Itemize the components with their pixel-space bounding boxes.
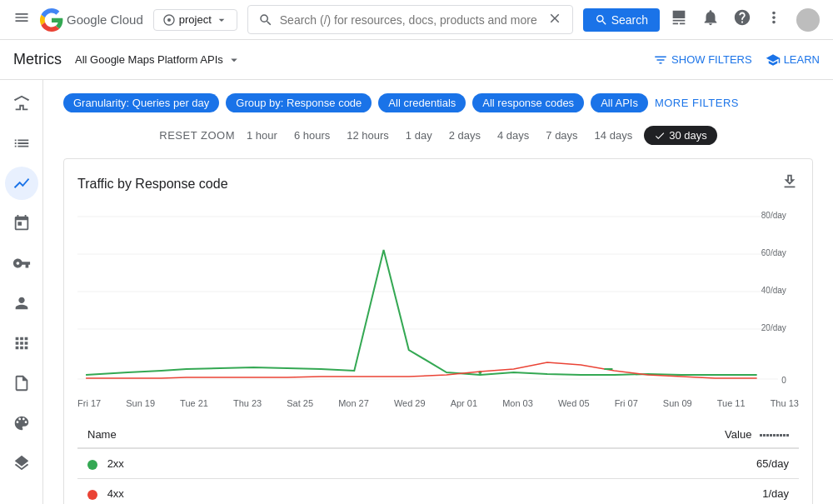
sidebar-item-list[interactable] — [5, 127, 38, 160]
avatar[interactable] — [796, 8, 820, 32]
chip-credentials-label: All credentials — [388, 97, 456, 109]
legend-name-header: Name — [77, 422, 367, 448]
chip-apis[interactable]: All APIs — [591, 93, 648, 112]
search-button[interactable]: Search — [583, 8, 660, 32]
x-label-tue11: Tue 11 — [717, 398, 746, 408]
time-12hours[interactable]: 12 hours — [342, 126, 394, 145]
time-1hour[interactable]: 1 hour — [242, 126, 282, 145]
bell-icon[interactable] — [701, 8, 720, 31]
sidebar-item-layers[interactable] — [5, 447, 38, 480]
time-14days[interactable]: 14 days — [590, 126, 638, 145]
time-2days[interactable]: 2 days — [444, 126, 486, 145]
download-button[interactable] — [781, 172, 799, 195]
more-filters-button[interactable]: MORE FILTERS — [655, 97, 739, 109]
chip-group-by[interactable]: Group by: Response code — [226, 93, 372, 112]
page-title: Metrics — [13, 51, 62, 68]
terminal-icon[interactable] — [670, 8, 688, 31]
svg-text:0: 0 — [781, 376, 786, 385]
x-label-sun09: Sun 09 — [663, 398, 692, 408]
table-row: 2xx 65/day — [77, 448, 799, 479]
grid-view-icon[interactable] — [760, 434, 789, 437]
x-label-wed05: Wed 05 — [558, 398, 590, 408]
x-label-mon03: Mon 03 — [502, 398, 533, 408]
sidebar-item-user[interactable] — [5, 287, 38, 320]
svg-text:20/day: 20/day — [761, 323, 786, 332]
chart-container: Traffic by Response code 80/day 60/day 4… — [63, 158, 813, 504]
legend-dot-2xx — [87, 460, 97, 470]
legend-row-4xx-name: 4xx — [77, 479, 367, 505]
content-area: Granularity: Queries per day Group by: R… — [43, 80, 833, 504]
time-6hours[interactable]: 6 hours — [289, 126, 335, 145]
svg-point-0 — [167, 18, 171, 22]
x-label-thu13: Thu 13 — [771, 398, 799, 408]
filter-chips: Granularity: Queries per day Group by: R… — [63, 93, 813, 112]
search-bar — [247, 5, 573, 34]
sidebar-item-calendar[interactable] — [5, 207, 38, 240]
project-selector[interactable]: project — [153, 9, 237, 31]
sidebar-item-apps[interactable] — [5, 327, 38, 360]
reset-zoom-button[interactable]: RESET ZOOM — [159, 129, 235, 142]
x-label-apr01: Apr 01 — [451, 398, 477, 408]
api-selector-label: All Google Maps Platform APIs — [75, 53, 223, 66]
x-axis-labels: Fri 17 Sun 19 Tue 21 Thu 23 Sat 25 Mon 2… — [77, 398, 799, 408]
sidebar-item-home[interactable] — [5, 87, 38, 120]
chip-apis-label: All APIs — [601, 97, 638, 109]
chip-response-codes[interactable]: All response codes — [472, 93, 584, 112]
legend-row-2xx-value: 65/day — [367, 448, 799, 479]
help-icon[interactable] — [733, 8, 751, 31]
more-icon[interactable] — [765, 8, 783, 31]
legend-table: Name Value — [77, 422, 799, 504]
sidebar-item-docs[interactable] — [5, 367, 38, 400]
table-row: 4xx 1/day — [77, 479, 799, 505]
legend-dot-4xx — [87, 490, 97, 500]
x-label-fri07: Fri 07 — [615, 398, 638, 408]
sidebar — [0, 80, 43, 504]
show-filters-button[interactable]: SHOW FILTERS — [653, 52, 752, 67]
time-1day[interactable]: 1 day — [401, 126, 437, 145]
top-nav: Google Cloud project Search — [0, 0, 833, 40]
x-label-mon27: Mon 27 — [338, 398, 369, 408]
search-clear-icon[interactable] — [547, 11, 562, 28]
time-7days[interactable]: 7 days — [541, 126, 582, 145]
svg-text:40/day: 40/day — [761, 286, 786, 295]
x-label-sat25: Sat 25 — [287, 398, 313, 408]
sidebar-item-key[interactable] — [5, 247, 38, 280]
x-label-wed29: Wed 29 — [394, 398, 426, 408]
logo-text: Google Cloud — [67, 12, 143, 27]
chip-response-codes-label: All response codes — [482, 97, 574, 109]
svg-text:60/day: 60/day — [761, 248, 786, 257]
x-label-fri17: Fri 17 — [77, 398, 101, 408]
chart-header: Traffic by Response code — [77, 172, 799, 195]
time-30days[interactable]: 30 days — [644, 126, 717, 145]
google-cloud-logo[interactable]: Google Cloud — [40, 8, 143, 32]
api-selector[interactable]: All Google Maps Platform APIs — [75, 52, 242, 67]
chart-area: 80/day 60/day 40/day 20/day 0 — [77, 208, 799, 392]
show-filters-label: SHOW FILTERS — [671, 53, 752, 66]
sub-header: Metrics All Google Maps Platform APIs SH… — [0, 40, 833, 80]
search-input[interactable] — [280, 13, 541, 27]
legend-row-2xx-name: 2xx — [77, 448, 367, 479]
legend-row-4xx-value: 1/day — [367, 479, 799, 505]
x-label-thu23: Thu 23 — [233, 398, 262, 408]
chip-granularity-label: Granularity: Queries per day — [73, 97, 209, 109]
chip-credentials[interactable]: All credentials — [378, 93, 466, 112]
chip-granularity[interactable]: Granularity: Queries per day — [63, 93, 219, 112]
x-label-sun19: Sun 19 — [126, 398, 155, 408]
nav-icons — [670, 8, 820, 32]
sub-header-actions: SHOW FILTERS LEARN — [653, 52, 820, 67]
chip-group-by-label: Group by: Response code — [236, 97, 362, 109]
sidebar-item-palette[interactable] — [5, 407, 38, 440]
learn-label: LEARN — [784, 53, 820, 66]
chart-title: Traffic by Response code — [77, 177, 228, 192]
legend-value-header: Value — [367, 422, 799, 448]
svg-text:80/day: 80/day — [761, 211, 786, 220]
sidebar-item-metrics[interactable] — [5, 167, 38, 200]
hamburger-icon[interactable] — [13, 9, 30, 30]
time-4days[interactable]: 4 days — [492, 126, 534, 145]
main-layout: Granularity: Queries per day Group by: R… — [0, 80, 833, 504]
search-button-label: Search — [611, 13, 648, 27]
x-label-tue21: Tue 21 — [180, 398, 208, 408]
project-label: project — [179, 13, 212, 26]
learn-button[interactable]: LEARN — [766, 52, 820, 67]
time-range-bar: RESET ZOOM 1 hour 6 hours 12 hours 1 day… — [63, 126, 813, 145]
